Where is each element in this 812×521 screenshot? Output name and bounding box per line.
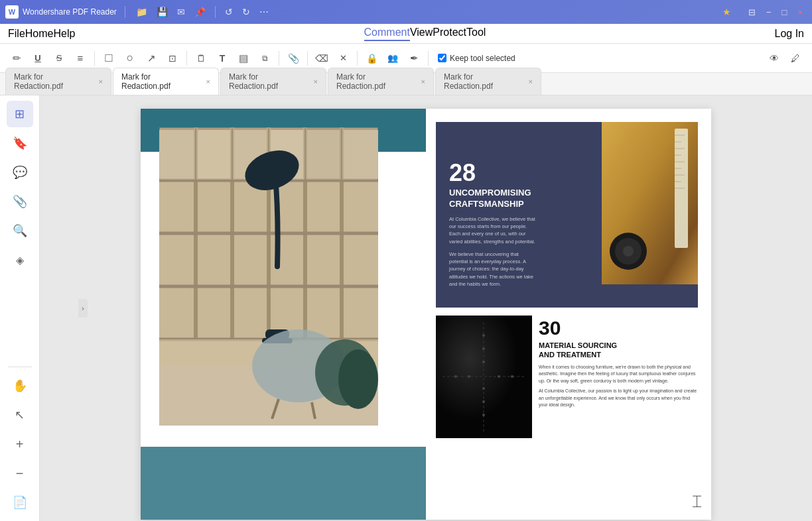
tab-1[interactable]: Mark for Redaction.pdf × [5,68,111,95]
menu-view[interactable]: View [410,27,433,41]
sidebar-pages-btn[interactable]: ⊞ [7,101,33,127]
chair-svg [245,326,378,419]
app-logo: W Wondershare PDF Reader [5,5,117,19]
window-minimize-btn[interactable]: − [762,6,776,19]
tab-1-close[interactable]: × [99,78,103,86]
section1-headline: UNCOMPROMISINGCRAFTSMANSHIP [449,188,535,210]
sidebar-hand-btn[interactable]: ✋ [7,373,33,399]
star-icon[interactable]: ★ [722,7,731,17]
tab-4-close[interactable]: × [421,78,425,86]
app-logo-icon: W [5,5,19,19]
tab-2[interactable]: Mark for Redaction.pdf × [113,68,219,95]
pin-btn[interactable]: 📌 [192,5,208,19]
tab-2-close[interactable]: × [206,78,210,86]
rectangle-btn[interactable]: □ [99,48,119,68]
sticky-note-btn[interactable]: 🗒 [191,48,211,68]
menu-home[interactable]: Home [25,28,54,40]
pen-draw-btn[interactable]: 🖊 [785,48,805,68]
sidebar-layers-btn[interactable]: ◈ [7,247,33,273]
pdf-content-area[interactable]: 28 UNCOMPROMISINGCRAFTSMANSHIP At Columb… [40,95,812,521]
eraser-btn[interactable]: ⌫ [312,48,332,68]
email-btn[interactable]: ✉ [174,5,188,19]
panel-collapse-btn[interactable]: › [78,299,88,318]
open-file-btn[interactable]: 📁 [133,5,150,19]
menu-protect[interactable]: Protect [433,27,466,41]
tabsbar: Mark for Redaction.pdf × Mark for Redact… [0,73,812,95]
attachment-btn[interactable]: 📎 [283,48,303,68]
window-close-btn[interactable]: × [793,6,807,19]
redo-btn[interactable]: ↻ [239,5,253,19]
section1-body2: We believe that uncovering that potentia… [449,251,535,288]
right-page: 28 UNCOMPROMISINGCRAFTSMANSHIP At Columb… [426,109,711,520]
sign-btn[interactable]: ✒ [404,48,424,68]
more-btn[interactable]: ⋯ [257,5,271,19]
text-markup-btn[interactable]: ≡ [70,48,90,68]
sep4 [307,51,308,66]
menu-file[interactable]: File [8,28,25,40]
menu-tool[interactable]: Tool [466,27,486,41]
users-btn[interactable]: 👥 [383,48,403,68]
section2-body2: At Columbia Collective, our passion is t… [539,388,698,409]
sidebar-cursor-btn[interactable]: ↖ [7,402,33,428]
svg-point-52 [511,375,513,378]
section2-headline: MATERIAL SOURCINGAND TREATMENT [539,341,698,360]
tab-4[interactable]: Mark for Redaction.pdf × [328,68,434,95]
arrow-btn[interactable]: ↗ [141,48,161,68]
sidebar-bookmark-btn[interactable]: 🔖 [7,130,33,156]
svg-point-49 [454,375,457,378]
strikethrough-btn[interactable]: S [49,48,69,68]
sidebar-zoomin-btn[interactable]: + [7,431,33,457]
undo-btn[interactable]: ↺ [222,5,236,19]
menu-help[interactable]: Help [53,28,75,40]
sidebar-page-btn[interactable]: 📄 [7,489,33,516]
section2-number: 30 [539,318,698,338]
sep2 [186,51,187,66]
eye-btn[interactable]: 👁 [764,48,784,68]
zoomin-icon: + [16,437,24,452]
section1-number: 28 [449,161,535,185]
menu-comment[interactable]: Comment [364,27,410,41]
tab-5[interactable]: Mark for Redaction.pdf × [435,68,541,95]
tab-3-close[interactable]: × [314,78,318,86]
tab-5-close[interactable]: × [529,78,533,86]
underline-btn[interactable]: U [28,48,48,68]
erase-all-btn[interactable]: ✕ [333,48,353,68]
sep3 [279,51,279,66]
keep-tool-label[interactable]: Keep tool selected [433,52,521,64]
app-name: Wondershare PDF Reader [23,7,117,17]
svg-rect-11 [160,128,195,180]
section1-body1: At Columbia Collective, we believe that … [449,215,535,245]
lock-btn[interactable]: 🔒 [362,48,381,68]
draw-box-btn[interactable]: ⊡ [163,48,182,68]
ellipse-btn[interactable]: ○ [120,48,140,68]
svg-line-25 [272,399,279,419]
login-button[interactable]: Log In [775,28,804,40]
text-note-btn[interactable]: T [212,48,232,68]
tab-3[interactable]: Mark for Redaction.pdf × [220,68,326,95]
svg-rect-16 [342,128,377,180]
titlebar-tools: 📁 💾 ✉ 📌 ↺ ↻ ⋯ [133,5,271,19]
svg-rect-12 [196,128,232,180]
sidebar-divider [8,367,32,367]
sidebar-zoomout-btn[interactable]: − [7,460,33,487]
window-maximize-btn[interactable]: □ [778,6,791,19]
keep-tool-checkbox[interactable] [438,54,446,62]
titlebar-divider [125,6,125,18]
sidebar-comment-btn[interactable]: 💬 [7,159,33,186]
pages-icon: ⊞ [15,107,25,121]
svg-point-48 [482,414,485,416]
svg-point-44 [482,347,485,350]
window-settings-btn[interactable]: ⊟ [744,6,760,19]
sidebar-attachment-btn[interactable]: 📎 [7,188,33,215]
black-leather-photo [436,316,532,438]
sidebar-search-btn[interactable]: 🔍 [7,217,33,244]
tab-5-label: Mark for Redaction.pdf [444,72,523,91]
section1-text: 28 UNCOMPROMISINGCRAFTSMANSHIP At Columb… [449,161,535,288]
svg-point-41 [623,246,634,257]
svg-point-24 [338,349,378,409]
textbox-fill-btn[interactable]: ▤ [234,48,253,68]
window-controls: ★ ⊟ − □ × [722,6,807,19]
save-btn[interactable]: 💾 [154,5,170,19]
collapse-box-btn[interactable]: ⧉ [255,48,275,68]
highlight-pen-btn[interactable]: ✏ [7,48,27,68]
